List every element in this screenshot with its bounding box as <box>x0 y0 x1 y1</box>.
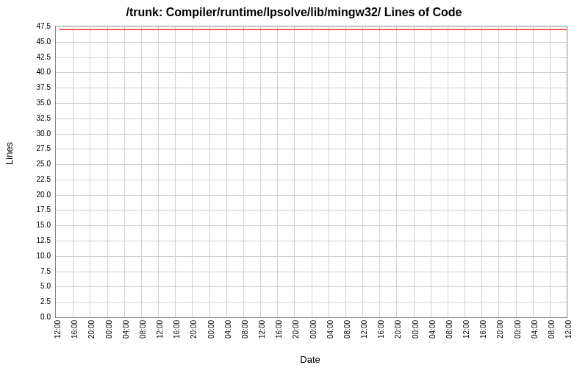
gridline-vertical <box>329 26 329 317</box>
gridline-vertical <box>379 26 380 317</box>
gridline-vertical <box>516 26 517 317</box>
x-tick-label: 04:00 <box>428 320 436 339</box>
gridline-vertical <box>107 26 108 317</box>
x-tick-label: 00:00 <box>207 320 215 339</box>
gridline-vertical <box>158 26 159 317</box>
gridline-vertical <box>209 26 210 317</box>
gridline-horizontal <box>56 88 567 88</box>
x-tick-label: 08:00 <box>138 320 146 339</box>
gridline-vertical <box>226 26 227 317</box>
y-tick-label: 15.0 <box>37 221 51 229</box>
gridline-vertical <box>73 26 74 317</box>
x-tick-label: 04:00 <box>121 320 129 339</box>
x-tick-label: 16:00 <box>275 320 283 339</box>
gridline-vertical <box>243 26 244 317</box>
x-tick-label: 12:00 <box>360 320 368 339</box>
y-tick-label: 17.5 <box>37 205 51 213</box>
gridline-vertical <box>141 26 142 317</box>
gridline-vertical <box>465 26 465 317</box>
gridline-horizontal <box>56 210 567 210</box>
chart-container: /trunk: Compiler/runtime/lpsolve/lib/min… <box>0 0 588 368</box>
gridline-vertical <box>362 26 363 317</box>
gridline-vertical <box>260 26 261 317</box>
gridline-horizontal <box>56 225 567 226</box>
y-tick-label: 7.5 <box>40 266 51 275</box>
y-tick-label: 37.5 <box>37 83 51 91</box>
y-tick-label: 35.0 <box>37 98 51 106</box>
x-tick-label: 20:00 <box>87 320 96 339</box>
x-axis: 12:0016:0020:0000:0004:0008:0012:0016:00… <box>55 316 566 353</box>
y-tick-label: 40.0 <box>37 68 51 76</box>
gridline-vertical <box>550 26 551 317</box>
x-tick-label: 12:00 <box>564 320 573 339</box>
gridline-vertical <box>312 26 312 317</box>
x-tick-label: 12:00 <box>156 320 164 339</box>
x-tick-label: 04:00 <box>223 320 232 339</box>
gridline-vertical <box>277 26 278 317</box>
y-tick-label: 20.0 <box>37 190 51 198</box>
x-tick-label: 04:00 <box>326 320 334 339</box>
x-tick-label: 20:00 <box>496 320 504 339</box>
y-tick-label: 0.0 <box>40 313 51 321</box>
gridline-vertical <box>414 26 415 317</box>
y-tick-label: 5.0 <box>40 282 51 290</box>
chart-title: /trunk: Compiler/runtime/lpsolve/lib/min… <box>0 6 588 19</box>
gridline-horizontal <box>56 286 567 287</box>
x-tick-label: 16:00 <box>377 320 385 339</box>
gridline-vertical <box>481 26 482 317</box>
x-tick-label: 08:00 <box>343 320 351 339</box>
gridline-vertical <box>294 26 295 317</box>
gridline-horizontal <box>56 149 567 149</box>
y-axis: 0.02.55.07.510.012.515.017.520.022.525.0… <box>0 26 53 316</box>
gridline-vertical <box>498 26 499 317</box>
gridline-horizontal <box>56 72 567 73</box>
x-tick-label: 08:00 <box>547 320 555 339</box>
gridline-vertical <box>192 26 193 317</box>
x-axis-label: Date <box>300 354 320 365</box>
x-tick-label: 00:00 <box>104 320 112 339</box>
x-tick-label: 00:00 <box>513 320 521 339</box>
x-tick-label: 20:00 <box>394 320 402 339</box>
x-tick-label: 20:00 <box>190 320 198 339</box>
gridline-vertical <box>533 26 534 317</box>
y-tick-label: 2.5 <box>40 297 51 305</box>
gridline-horizontal <box>56 164 567 165</box>
gridline-vertical <box>345 26 346 317</box>
x-tick-label: 08:00 <box>240 320 248 339</box>
x-tick-label: 12:00 <box>462 320 470 339</box>
gridline-vertical <box>431 26 431 317</box>
gridline-vertical <box>396 26 397 317</box>
y-tick-label: 27.5 <box>37 144 51 152</box>
gridline-vertical <box>175 26 176 317</box>
x-tick-label: 00:00 <box>309 320 317 339</box>
gridline-vertical <box>90 26 90 317</box>
y-tick-label: 45.0 <box>37 37 51 45</box>
x-tick-label: 00:00 <box>411 320 419 339</box>
y-tick-label: 47.5 <box>37 22 51 30</box>
gridline-horizontal <box>56 241 567 241</box>
x-tick-label: 04:00 <box>530 320 538 339</box>
y-tick-label: 30.0 <box>37 129 51 137</box>
gridline-horizontal <box>56 302 567 302</box>
gridline-horizontal <box>56 272 567 272</box>
y-tick-label: 25.0 <box>37 160 51 168</box>
gridline-horizontal <box>56 256 567 257</box>
gridline-horizontal <box>56 103 567 104</box>
gridline-vertical <box>448 26 448 317</box>
x-tick-label: 16:00 <box>71 320 79 339</box>
y-tick-label: 22.5 <box>37 174 51 183</box>
gridline-horizontal <box>56 134 567 135</box>
gridline-horizontal <box>56 42 567 43</box>
x-tick-label: 16:00 <box>479 320 487 339</box>
x-tick-label: 08:00 <box>445 320 453 339</box>
y-tick-label: 32.5 <box>37 113 51 121</box>
plot-area <box>55 26 567 318</box>
x-tick-label: 20:00 <box>292 320 300 339</box>
gridline-horizontal <box>56 118 567 119</box>
y-tick-label: 42.5 <box>37 52 51 60</box>
gridline-horizontal <box>56 57 567 58</box>
x-tick-label: 16:00 <box>173 320 181 339</box>
x-tick-label: 12:00 <box>258 320 266 339</box>
gridline-horizontal <box>56 195 567 196</box>
x-tick-label: 12:00 <box>54 320 62 339</box>
